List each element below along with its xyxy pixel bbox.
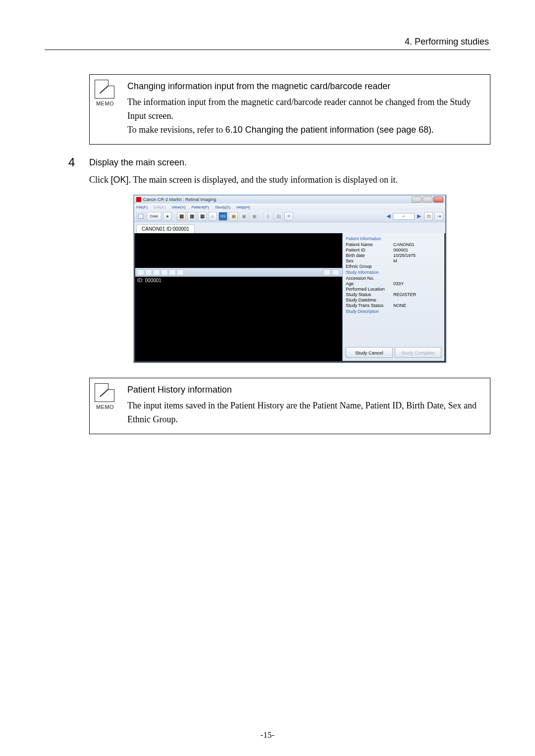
thumb-icon[interactable]: [137, 269, 144, 275]
toolbar-button[interactable]: ⧉: [424, 212, 433, 221]
svg-line-2: [100, 389, 109, 397]
study-desc-title: Study Description: [346, 309, 442, 314]
step-text: . The main screen is displayed, and the …: [129, 175, 398, 185]
image-viewer: ID: 000001: [135, 233, 342, 361]
field-sex: Sex: [448, 401, 461, 410]
minimize-button[interactable]: [412, 197, 422, 202]
memo-icon: MEMO: [95, 80, 115, 108]
memo-text: The input items saved in the Patient His…: [127, 401, 313, 410]
memo-ref: 6.10 Changing the patient information (s…: [225, 125, 431, 135]
toolbar-button[interactable]: ▣: [239, 212, 248, 221]
memo-caption: MEMO: [95, 100, 115, 108]
memo-icon: MEMO: [95, 383, 115, 411]
study-complete-button[interactable]: Study Complete: [395, 347, 442, 358]
toolbar-grid1-button[interactable]: ▦: [177, 212, 186, 221]
field-patient-name: Patient Name: [313, 401, 361, 410]
k-patient-name: Patient Name: [346, 242, 393, 247]
v-patient-name: CANON01: [393, 242, 415, 247]
pager-display: -/-: [393, 213, 415, 220]
memo-pencil-icon: [98, 83, 111, 95]
k-status: Study Status: [346, 292, 393, 297]
info-panel: Patient Information Patient NameCANON01 …: [342, 233, 444, 361]
study-description-box: [346, 315, 442, 333]
field-ethnic-group: Ethnic Group: [127, 414, 175, 424]
menu-edit[interactable]: Edit(E): [154, 205, 165, 209]
memo-box-reader: MEMO Changing information input from the…: [89, 74, 490, 145]
chapter-header: 4. Performing studies: [405, 37, 489, 47]
app-icon: [136, 197, 141, 202]
memo-text: .: [175, 414, 178, 424]
page-number: -15-: [0, 730, 535, 740]
toolbar-record-button[interactable]: ●: [163, 212, 172, 221]
svg-rect-1: [138, 214, 143, 219]
header-rule: [45, 50, 490, 50]
menu-study[interactable]: Study(S): [215, 205, 230, 209]
thumb-icon[interactable]: [332, 269, 339, 275]
k-birth: Birth date: [346, 253, 393, 258]
pager: ◀ -/- ▶: [385, 213, 423, 220]
toolbar-button[interactable]: [136, 212, 145, 221]
toolbar-zoom-button[interactable]: ⌕: [208, 212, 217, 221]
toolbar-button[interactable]: ▤: [274, 212, 283, 221]
thumb-icon[interactable]: [323, 269, 330, 275]
study-cancel-button[interactable]: Study Cancel: [346, 347, 393, 358]
menu-patient[interactable]: Patient(P): [191, 205, 209, 209]
thumb-icon[interactable]: [169, 269, 176, 275]
memo-box-history: MEMO Patient History information The inp…: [89, 378, 490, 434]
id-label: ID: 000001: [137, 278, 161, 283]
titlebar: Canon CR-2 MarkII : Retinal Imaging: [134, 196, 445, 203]
patient-tab[interactable]: CANON01 ID:000001: [136, 224, 195, 233]
k-patient-id: Patient ID: [346, 248, 393, 252]
step-number: 4: [66, 155, 89, 169]
memo-title: Patient History information: [127, 383, 480, 397]
step-title: Display the main screen.: [89, 157, 187, 169]
v-status: REGISTER: [393, 292, 416, 297]
menu-help[interactable]: Help(H): [236, 205, 250, 209]
thumb-icon[interactable]: [161, 269, 168, 275]
thumb-icon[interactable]: [145, 269, 152, 275]
v-sex: M: [393, 258, 397, 263]
toolbar-grid3-button[interactable]: ▦: [198, 212, 207, 221]
step-body: Click [OK]. The main screen is displayed…: [89, 173, 490, 187]
maximize-button[interactable]: [423, 197, 432, 202]
pager-next[interactable]: ▶: [416, 213, 423, 219]
field-patient-id: Patient ID: [365, 401, 402, 410]
menu-view[interactable]: View(V): [172, 205, 186, 209]
toolbar-grid2-button[interactable]: ▦: [187, 212, 196, 221]
patient-info-title: Patient Information: [346, 236, 442, 241]
thumb-icon[interactable]: [177, 269, 184, 275]
v-birth: 10/25/1975: [393, 253, 416, 258]
toolbar-exit-button[interactable]: ⇥: [434, 212, 443, 221]
pager-prev[interactable]: ◀: [385, 213, 392, 219]
v-trans: NONE: [393, 303, 406, 308]
app-title: Canon CR-2 MarkII : Retinal Imaging: [143, 197, 216, 202]
toolbar-delete-button[interactable]: ✕: [284, 212, 293, 221]
v-age: 033Y: [393, 281, 404, 286]
svg-line-0: [100, 85, 109, 94]
k-sex: Sex: [346, 258, 393, 263]
study-info-title: Study Information: [346, 270, 442, 275]
thumb-icon[interactable]: [153, 269, 160, 275]
memo-title: Changing information input from the magn…: [127, 80, 480, 94]
close-button[interactable]: [433, 197, 443, 202]
tab-strip: CANON01 ID:000001: [134, 222, 445, 233]
toolbar-print-button[interactable]: ⎙: [264, 212, 272, 221]
memo-text: To make revisions, refer to: [127, 125, 225, 135]
memo-text: and: [461, 401, 477, 410]
k-age: Age: [346, 281, 393, 286]
menu-file[interactable]: File(F): [136, 205, 148, 209]
memo-pencil-icon: [98, 387, 111, 399]
toolbar-button[interactable]: ▣: [229, 212, 238, 221]
app-screenshot: Canon CR-2 MarkII : Retinal Imaging File…: [133, 195, 446, 363]
toolbar-os-button[interactable]: OS: [218, 212, 227, 221]
k-ethnic: Ethnic Group: [346, 264, 393, 269]
field-birth-date: Birth Date: [406, 401, 443, 410]
memo-text: .: [431, 125, 434, 135]
toolbar-color-button[interactable]: Color: [147, 212, 161, 221]
memo-text: ,: [402, 401, 406, 410]
ok-key: [OK]: [111, 175, 129, 185]
menubar[interactable]: File(F) Edit(E) View(V) Patient(P) Study…: [134, 203, 445, 210]
v-patient-id: 000001: [393, 248, 408, 252]
toolbar-button[interactable]: ▣: [250, 212, 259, 221]
memo-line: The input items saved in the Patient His…: [127, 399, 480, 427]
